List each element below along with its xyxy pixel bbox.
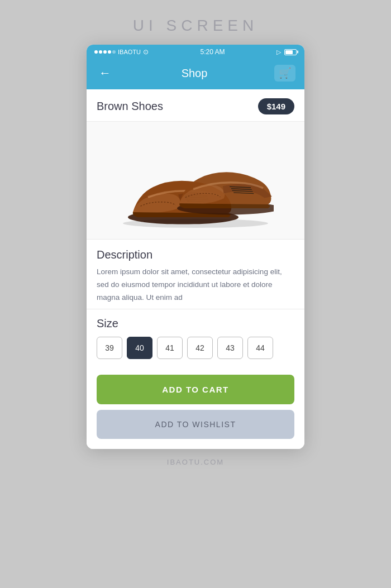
add-to-wishlist-button[interactable]: ADD TO WISHLIST xyxy=(97,410,294,439)
signal-dot-5 xyxy=(112,50,116,54)
size-btn-40[interactable]: 40 xyxy=(127,337,152,359)
size-btn-43[interactable]: 43 xyxy=(217,337,243,359)
carrier-name: IBAOTU xyxy=(118,49,141,55)
status-left: IBAOTU ⊙ xyxy=(94,48,149,56)
add-to-cart-button[interactable]: ADD TO CART xyxy=(97,375,294,404)
product-name: Brown Shoes xyxy=(97,100,163,113)
wifi-icon: ⊙ xyxy=(143,48,149,56)
battery-icon xyxy=(284,49,297,55)
product-header: Brown Shoes $149 xyxy=(87,89,304,122)
footer-text: IBAOTU.COM xyxy=(167,458,224,466)
description-text: Lorem ipsum dolor sit amet, consectetur … xyxy=(97,266,294,304)
battery-fill xyxy=(285,50,293,54)
content-area: Brown Shoes $149 xyxy=(87,89,304,449)
price-badge: $149 xyxy=(258,98,294,114)
size-options: 39 40 41 42 43 44 xyxy=(97,337,294,359)
size-title: Size xyxy=(97,317,294,330)
back-button[interactable]: ← xyxy=(96,65,115,82)
signal-dot-4 xyxy=(108,50,111,54)
status-right: ▷ xyxy=(276,49,297,56)
cart-button[interactable]: 🛒 xyxy=(274,65,295,82)
size-btn-42[interactable]: 42 xyxy=(187,337,213,359)
location-icon: ▷ xyxy=(276,49,281,56)
actions-area: ADD TO CART ADD TO WISHLIST xyxy=(87,369,304,449)
description-title: Description xyxy=(97,248,294,261)
size-section: Size 39 40 41 42 43 44 xyxy=(87,309,304,369)
nav-bar: ← Shop 🛒 xyxy=(87,59,304,89)
size-btn-41[interactable]: 41 xyxy=(157,337,183,359)
status-bar: IBAOTU ⊙ 5:20 AM ▷ xyxy=(87,45,304,59)
size-btn-44[interactable]: 44 xyxy=(247,337,273,359)
page-title: UI SCREEN xyxy=(133,17,258,35)
svg-point-14 xyxy=(123,219,268,228)
signal-dots xyxy=(94,50,116,54)
size-btn-39[interactable]: 39 xyxy=(97,337,122,359)
product-image-area xyxy=(87,122,304,240)
signal-dot-3 xyxy=(103,50,107,54)
phone-frame: IBAOTU ⊙ 5:20 AM ▷ ← Shop 🛒 Brown Shoes … xyxy=(87,45,304,449)
nav-title: Shop xyxy=(182,67,208,80)
description-section: Description Lorem ipsum dolor sit amet, … xyxy=(87,240,304,309)
signal-dot-2 xyxy=(99,50,102,54)
status-time: 5:20 AM xyxy=(200,48,225,56)
product-image xyxy=(117,138,274,228)
signal-dot-1 xyxy=(94,50,98,54)
